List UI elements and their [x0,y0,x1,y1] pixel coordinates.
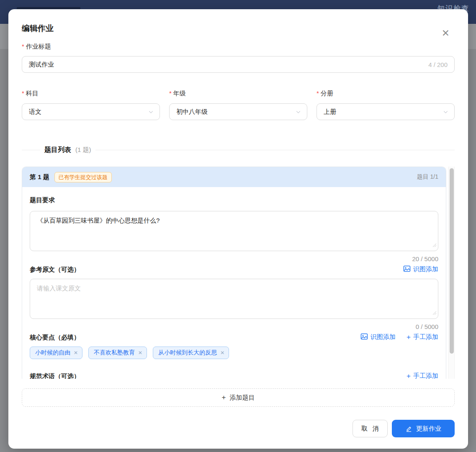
modal-title: 编辑作业 [22,23,455,33]
key-point-tag: 不喜欢私塾教育 ✕ [88,347,147,359]
key-points-links: 识图添加 + 手工添加 [360,333,438,342]
assignment-title-counter: 4 / 200 [428,61,448,68]
reference-textarea[interactable] [30,279,438,319]
volume-select-value: 上册 [324,108,336,116]
question-position: 题目 1/1 [417,173,438,181]
plus-icon: + [222,393,226,402]
divider-line [95,150,455,150]
key-points-manual-add-label: 手工添加 [413,333,438,341]
key-points-tags: 小时候的自由 ✕ 不喜欢私塾教育 ✕ 从小时候到长大的反思 ✕ [30,347,438,359]
update-assignment-button[interactable]: 更新作业 [392,420,455,437]
key-points-manual-add-link[interactable]: + 手工添加 [407,333,438,341]
close-icon[interactable]: ✕ [442,28,450,38]
grade-label: 年级 [173,89,186,98]
chevron-down-icon [443,109,448,115]
scrollbar-thumb[interactable] [450,168,454,354]
grade-select[interactable]: 初中八年级 [169,103,307,120]
terms-manual-add-label: 手工添加 [413,372,438,379]
key-points-label-row: 核心要点（必填） 识图添加 + 手工添加 [30,333,438,342]
update-assignment-label: 更新作业 [416,425,441,433]
edit-assignment-modal: 编辑作业 ✕ * 作业标题 4 / 200 * 科目 语文 * 年级 [8,9,468,449]
tag-label: 从小时候到长大的反思 [158,349,217,357]
key-points-ocr-add-label: 识图添加 [371,333,396,341]
tag-close-icon[interactable]: ✕ [220,350,224,355]
key-point-tag: 小时候的自由 ✕ [30,347,82,359]
assignment-title-input-wrap: 4 / 200 [22,56,455,73]
grade-label-row: * 年级 [169,89,307,98]
required-asterisk: * [22,42,24,51]
required-asterisk: * [22,89,24,98]
assignment-title-label: 作业标题 [26,42,51,51]
reference-label: 参考原文（可选） [30,265,80,274]
question-list-divider: 题目列表 (1 题) [22,145,455,154]
key-points-ocr-add-link[interactable]: 识图添加 [360,333,396,342]
volume-select-col: * 分册 上册 [316,89,455,120]
assignment-title-input[interactable] [29,61,424,68]
add-question-button[interactable]: + 添加题目 [22,388,455,407]
question-list-scroll-area: 第 1 题 已有学生提交过该题 题目 1/1 题目要求 《从百草园到三味书屋》的… [22,167,455,379]
question-card-body: 题目要求 《从百草园到三味书屋》的中心思想是什么? 20 / 5000 参考原文… [22,187,446,379]
image-icon [360,333,368,342]
key-point-tag: 从小时候到长大的反思 ✕ [153,347,229,359]
subject-label-row: * 科目 [22,89,160,98]
required-asterisk: * [169,89,172,98]
volume-label: 分册 [321,89,333,98]
question-list-title: 题目列表 [40,146,75,154]
subject-label: 科目 [26,89,39,98]
reference-counter: 0 / 5000 [30,322,438,331]
tag-label: 不喜欢私塾教育 [94,349,135,357]
terms-manual-add-link[interactable]: + 手工添加 [407,372,438,379]
subject-select-value: 语文 [29,108,41,116]
grade-select-value: 初中八年级 [176,108,208,116]
add-question-label: 添加题目 [229,394,255,402]
plus-icon: + [407,372,411,379]
modal-footer: 取 消 更新作业 [22,420,455,437]
question-index: 第 1 题 [30,173,49,181]
requirement-textarea[interactable]: 《从百草园到三味书屋》的中心思想是什么? [30,211,438,251]
chevron-down-icon [148,109,154,115]
edit-pencil-icon [405,425,412,432]
question-card-header: 第 1 题 已有学生提交过该题 题目 1/1 [22,167,446,187]
terms-label: 规范术语（可选） [30,372,80,379]
scrollbar-track[interactable] [448,167,455,379]
chevron-down-icon [296,109,301,115]
tag-close-icon[interactable]: ✕ [74,350,78,355]
key-points-label: 核心要点（必填） [30,333,80,342]
reference-ocr-add-label: 识图添加 [413,265,438,273]
plus-icon: + [407,334,411,341]
reference-ocr-add-link[interactable]: 识图添加 [403,265,438,274]
volume-select[interactable]: 上册 [316,103,455,120]
tag-close-icon[interactable]: ✕ [138,350,142,355]
image-icon [403,265,411,274]
reference-label-row: 参考原文（可选） 识图添加 [30,265,438,274]
requirement-textarea-wrap: 《从百草园到三味书屋》的中心思想是什么? [30,211,438,251]
volume-label-row: * 分册 [316,89,455,98]
question-card: 第 1 题 已有学生提交过该题 题目 1/1 题目要求 《从百草园到三味书屋》的… [22,167,446,379]
grade-select-col: * 年级 初中八年级 [169,89,307,120]
terms-label-row: 规范术语（可选） + 手工添加 [30,372,438,379]
subject-select[interactable]: 语文 [22,103,160,120]
selects-row: * 科目 语文 * 年级 初中八年级 [22,89,455,120]
reference-textarea-wrap [30,279,438,319]
question-count: (1 题) [75,146,91,154]
subject-select-col: * 科目 语文 [22,89,160,120]
tag-label: 小时候的自由 [35,349,70,357]
required-asterisk: * [316,89,319,98]
divider-line [22,150,40,150]
submitted-warning-badge: 已有学生提交过该题 [54,172,112,182]
requirement-counter: 20 / 5000 [30,254,438,263]
cancel-button[interactable]: 取 消 [352,420,388,437]
requirement-label: 题目要求 [30,195,438,204]
assignment-title-label-row: * 作业标题 [22,42,455,51]
